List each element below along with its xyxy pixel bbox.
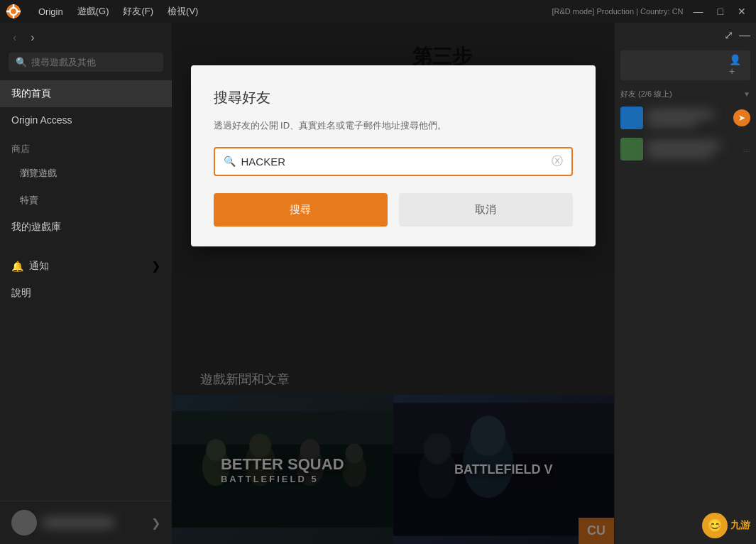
watermark-icon: 😊	[702, 513, 728, 538]
nav-arrows: ‹ ›	[0, 23, 172, 53]
nav-back-icon[interactable]: ‹	[9, 28, 21, 47]
title-bar-right: [R&D mode] Production | Country: CN — □ …	[552, 4, 750, 18]
sidebar-notification[interactable]: 🔔 通知 ❯	[0, 252, 172, 280]
title-bar-menu: Origin 遊戲(G) 好友(F) 檢視(V)	[33, 2, 204, 21]
watermark: 😊 九游	[702, 513, 750, 538]
sidebar-item-origin-access[interactable]: Origin Access	[0, 107, 172, 133]
notification-chevron-icon: ❯	[151, 259, 160, 273]
sidebar-search[interactable]: 🔍	[9, 53, 163, 72]
sidebar-expand-icon[interactable]: ❯	[151, 516, 160, 530]
friend-avatar-1	[620, 107, 643, 129]
dialog-search-icon: 🔍	[224, 156, 236, 167]
friend-message-icon: ➤	[738, 113, 745, 123]
dialog-backdrop: 搜尋好友 透過好友的公開 ID、真實姓名或電子郵件地址搜尋他們。 🔍 ⓧ 搜尋 …	[172, 23, 614, 544]
origin-logo-icon	[6, 4, 21, 19]
friend-info-1	[647, 111, 729, 126]
friends-search[interactable]: 👤+	[620, 50, 750, 80]
title-bar: Origin 遊戲(G) 好友(F) 檢視(V) [R&D mode] Prod…	[0, 0, 756, 23]
friends-section-chevron-icon[interactable]: ▼	[743, 90, 750, 98]
maximize-button[interactable]: □	[713, 4, 728, 18]
add-friend-icon[interactable]: 👤+	[729, 54, 745, 77]
user-name-blurred	[43, 518, 114, 527]
right-panel: ⤢ — 👤+ 好友 (2/6 線上) ▼ ➤	[614, 23, 756, 544]
dialog-search-button[interactable]: 搜尋	[214, 193, 388, 227]
menu-origin[interactable]: Origin	[33, 4, 69, 20]
watermark-text: 九游	[730, 519, 750, 532]
sidebar-search-icon: 🔍	[16, 57, 27, 67]
dialog-clear-icon[interactable]: ⓧ	[552, 154, 563, 169]
app-body: ‹ › 🔍 我的首頁 Origin Access 商店 瀏覽遊戲 特賣	[0, 23, 756, 544]
friend-item-1[interactable]: ➤	[615, 102, 756, 134]
menu-game[interactable]: 遊戲(G)	[72, 2, 115, 21]
menu-friends[interactable]: 好友(F)	[117, 2, 159, 21]
bell-icon: 🔔	[11, 261, 23, 272]
main-content: 遊戲新聞和文章	[172, 23, 614, 544]
friend-detail-icon: …	[743, 145, 750, 153]
user-avatar	[11, 510, 37, 535]
menu-view[interactable]: 檢視(V)	[162, 2, 204, 21]
friend-status-1	[647, 120, 696, 126]
close-button[interactable]: ✕	[733, 4, 750, 18]
sidebar: ‹ › 🔍 我的首頁 Origin Access 商店 瀏覽遊戲 特賣	[0, 23, 172, 544]
friend-name-1	[647, 111, 713, 118]
friend-status-2	[647, 151, 711, 157]
title-bar-info: [R&D mode] Production | Country: CN	[552, 7, 683, 16]
right-panel-resize-icon[interactable]: ⤢	[724, 28, 733, 42]
friends-search-input[interactable]	[626, 60, 729, 70]
sidebar-item-home[interactable]: 我的首頁	[0, 80, 172, 107]
sidebar-item-help[interactable]: 說明	[0, 280, 172, 307]
dialog-cancel-button[interactable]: 取消	[399, 193, 573, 227]
title-bar-controls: — □ ✕	[689, 4, 750, 18]
sidebar-section-shop: 商店	[0, 133, 172, 160]
dialog-actions: 搜尋 取消	[214, 193, 573, 227]
friend-name-2	[647, 142, 720, 149]
nav-forward-icon[interactable]: ›	[26, 28, 38, 47]
friend-avatar-2	[620, 138, 643, 161]
sidebar-user-area[interactable]: ❯	[0, 501, 172, 544]
dialog-description: 透過好友的公開 ID、真實姓名或電子郵件地址搜尋他們。	[214, 119, 573, 133]
friends-section-label: 好友 (2/6 線上) ▼	[615, 83, 756, 102]
dialog-input-wrapper: 🔍 ⓧ	[214, 147, 573, 176]
search-friend-dialog: 搜尋好友 透過好友的公開 ID、真實姓名或電子郵件地址搜尋他們。 🔍 ⓧ 搜尋 …	[191, 65, 596, 246]
friend-action-1[interactable]: ➤	[733, 109, 750, 126]
sidebar-search-input[interactable]	[31, 57, 156, 67]
right-panel-minimize-icon[interactable]: —	[739, 29, 750, 42]
sidebar-menu: 我的首頁 Origin Access 商店 瀏覽遊戲 特賣 我的遊戲庫	[0, 80, 172, 241]
dialog-search-input[interactable]	[241, 156, 552, 168]
sidebar-item-sale[interactable]: 特賣	[0, 187, 172, 214]
friend-info-2	[647, 142, 738, 157]
right-panel-header: ⤢ —	[615, 23, 756, 48]
minimize-button[interactable]: —	[689, 4, 708, 18]
sidebar-notification-area: 🔔 通知 ❯ 說明	[0, 252, 172, 307]
friend-item-2[interactable]: …	[615, 134, 756, 165]
sidebar-item-library[interactable]: 我的遊戲庫	[0, 214, 172, 241]
dialog-title: 搜尋好友	[214, 88, 573, 107]
title-bar-left: Origin 遊戲(G) 好友(F) 檢視(V)	[6, 2, 204, 21]
sidebar-item-browse[interactable]: 瀏覽遊戲	[0, 160, 172, 187]
notification-label: 🔔 通知	[11, 260, 49, 273]
